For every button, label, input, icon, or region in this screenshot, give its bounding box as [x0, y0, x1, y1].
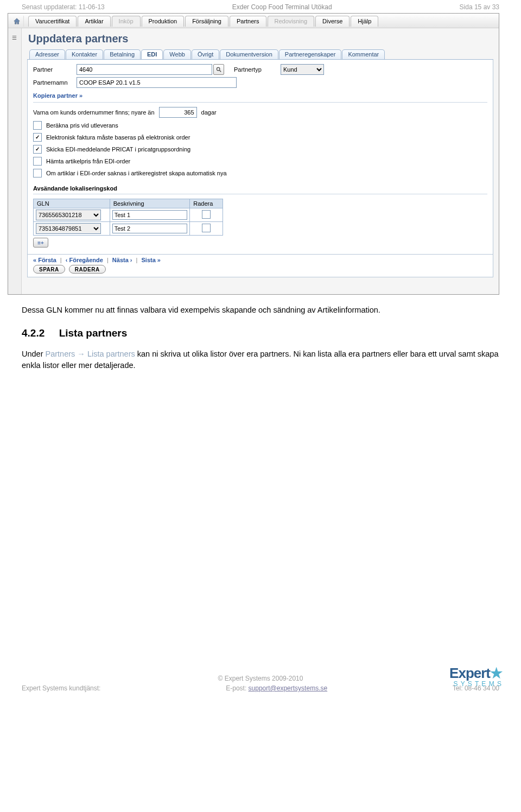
gln-desc-input[interactable] — [112, 224, 188, 233]
menu-diverse[interactable]: Diverse — [315, 16, 350, 27]
menubar: VarucertifikatArtiklarInköpProduktionFör… — [8, 14, 499, 28]
menu-artiklar[interactable]: Artiklar — [78, 16, 110, 27]
home-icon — [13, 17, 21, 25]
tab-övrigt[interactable]: Övrigt — [192, 49, 219, 59]
checkbox[interactable] — [33, 145, 42, 154]
menu-varucertifikat[interactable]: Varucertifikat — [28, 16, 77, 27]
check-row: Om artiklar i EDI-order saknas i artiker… — [33, 169, 487, 177]
header-page-num: Sida 15 av 33 — [460, 3, 499, 11]
home-button[interactable] — [10, 16, 24, 27]
footer-mid: E-post: support@expertsystems.se — [226, 684, 327, 692]
gln-heading: Avsändande lokaliseringskod — [33, 185, 487, 192]
table-row: 7365565301218 — [34, 208, 223, 222]
gln-col-gln: GLN — [34, 199, 110, 208]
partnernamn-input[interactable] — [77, 77, 237, 88]
checkbox-label: Beräkna pris vid utleverans — [46, 122, 118, 129]
warn-label-post: dagar — [201, 109, 217, 116]
search-icon — [216, 67, 221, 72]
partner-search-button[interactable] — [213, 64, 224, 75]
partnertyp-label: Partnertyp — [234, 66, 277, 73]
footer-left: Expert Systems kundtjänst: — [22, 684, 100, 692]
menu-inköp: Inköp — [112, 16, 141, 27]
paragraph: Under Partners → Lista partners kan ni s… — [22, 348, 499, 371]
gln-col-desc: Beskrivning — [110, 199, 190, 208]
expand-icon[interactable]: ☰ — [8, 31, 20, 41]
pager-next[interactable]: Nästa › — [112, 257, 132, 263]
warn-label-pre: Varna om kunds ordernummer finns; nyare … — [33, 109, 155, 116]
checkbox-label: Skicka EDI-meddelande PRICAT i pricatgru… — [46, 146, 190, 153]
page-title: Uppdatera partners — [28, 33, 493, 45]
tab-partneregenskaper[interactable]: Partneregenskaper — [279, 49, 342, 59]
gln-col-delete: Radera — [190, 199, 223, 208]
pager-prev[interactable]: ‹ Föregående — [66, 257, 103, 263]
tab-kommentar[interactable]: Kommentar — [342, 49, 385, 59]
header-title: Exder Coop Food Terminal Utökad — [232, 3, 332, 11]
delete-checkbox[interactable] — [202, 224, 211, 232]
menu-partners[interactable]: Partners — [230, 16, 266, 27]
footer-copyright: © Expert Systems 2009-2010 — [22, 675, 499, 682]
gln-desc-input[interactable] — [112, 210, 188, 220]
check-row: Beräkna pris vid utleverans — [33, 121, 487, 130]
tab-edi[interactable]: EDI — [141, 49, 163, 59]
tab-bar: AdresserKontakterBetalningEDIWebbÖvrigtD… — [27, 49, 493, 60]
support-email-link[interactable]: support@expertsystems.se — [249, 684, 328, 692]
table-row: 7351364879851 — [34, 222, 223, 236]
pager-first[interactable]: « Första — [33, 257, 56, 263]
document-body: Dessa GLN kommer nu att finnas valbara v… — [22, 304, 499, 371]
tab-webb[interactable]: Webb — [163, 49, 191, 59]
delete-checkbox[interactable] — [202, 210, 211, 219]
app-window: VarucertifikatArtiklarInköpProduktionFör… — [8, 13, 499, 295]
partner-label: Partner — [33, 66, 77, 73]
pager: « Första | ‹ Föregående | Nästa › | Sist… — [27, 255, 493, 277]
header-updated: Senast uppdaterat: 11-06-13 — [22, 3, 105, 11]
tab-dokumentversion[interactable]: Dokumentversion — [220, 49, 278, 59]
gln-select[interactable]: 7365565301218 — [36, 210, 101, 220]
page-header: Senast uppdaterat: 11-06-13 Exder Coop F… — [0, 0, 521, 13]
tab-kontakter[interactable]: Kontakter — [66, 49, 103, 59]
svg-point-0 — [217, 67, 220, 71]
checkbox[interactable] — [33, 157, 42, 166]
menu-redovisning: Redovisning — [268, 16, 315, 27]
warn-days-input[interactable] — [159, 107, 197, 118]
footer-row: Expert Systems kundtjänst: E-post: suppo… — [22, 684, 499, 692]
logo: Expert★ S Y S T E M S — [449, 666, 502, 688]
checkbox-label: Elektronisk faktura måste baseras på ele… — [46, 134, 190, 141]
partner-input[interactable] — [77, 64, 212, 75]
checkbox-label: Hämta artikelpris från EDI-order — [46, 158, 130, 164]
gln-table: GLN Beskrivning Radera 73655653012187351… — [33, 199, 223, 236]
menu-produktion[interactable]: Produktion — [142, 16, 185, 27]
checkbox[interactable] — [33, 169, 42, 177]
add-row-button[interactable]: ≡+ — [33, 238, 48, 248]
pager-last[interactable]: Sista » — [142, 257, 161, 263]
gln-select[interactable]: 7351364879851 — [36, 223, 101, 234]
tab-adresser[interactable]: Adresser — [29, 49, 65, 59]
copy-partner-link[interactable]: Kopiera partner » — [33, 92, 487, 99]
checkbox[interactable] — [33, 133, 42, 142]
check-row: Hämta artikelpris från EDI-order — [33, 157, 487, 166]
side-gutter: ☰ — [8, 28, 22, 294]
menu-försäljning[interactable]: Försäljning — [185, 16, 228, 27]
check-row: Elektronisk faktura måste baseras på ele… — [33, 133, 487, 142]
tab-panel-edi: Partner Partnertyp Kund Partnernamn Kopi… — [27, 60, 493, 255]
partnernamn-label: Partnernamn — [33, 79, 77, 86]
checkbox-label: Om artiklar i EDI-order saknas i artiker… — [46, 170, 227, 176]
delete-button[interactable]: RADERA — [69, 265, 106, 274]
svg-line-1 — [220, 71, 221, 72]
checkbox[interactable] — [33, 121, 42, 130]
save-button[interactable]: SPARA — [33, 265, 65, 274]
paragraph: Dessa GLN kommer nu att finnas valbara v… — [22, 304, 499, 315]
check-row: Skicka EDI-meddelande PRICAT i pricatgru… — [33, 145, 487, 154]
heading-4-2-2: 4.2.2 Lista partners — [22, 326, 499, 341]
tab-betalning[interactable]: Betalning — [104, 49, 141, 59]
partnertyp-select[interactable]: Kund — [281, 64, 324, 75]
menu-hjälp[interactable]: Hjälp — [351, 16, 378, 27]
